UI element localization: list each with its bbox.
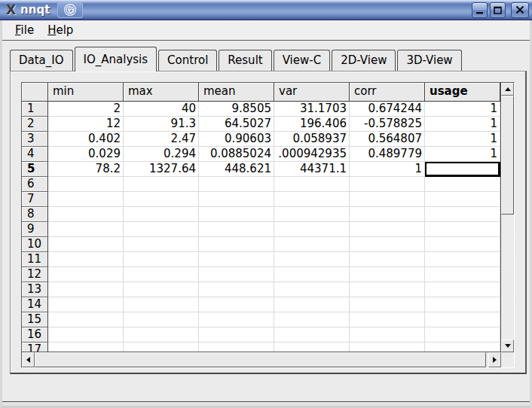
row-header-cell[interactable]: 7 (22, 192, 48, 207)
current-cell[interactable] (425, 162, 500, 177)
menu-file[interactable]: File (10, 22, 39, 38)
table-cell[interactable] (274, 297, 350, 312)
tab-3d-view[interactable]: 3D-View (397, 50, 461, 71)
tab-io-analysis[interactable]: IO_Analysis (75, 47, 157, 72)
table-cell[interactable] (124, 237, 199, 252)
row-header-cell[interactable]: 13 (22, 282, 48, 297)
table-cell[interactable] (48, 177, 124, 192)
table-cell[interactable] (199, 177, 274, 192)
table-cell[interactable] (274, 282, 350, 297)
table-cell[interactable]: 9.8505 (199, 102, 274, 117)
horizontal-scrollbar[interactable] (22, 352, 501, 367)
table-cell[interactable] (425, 222, 500, 237)
table-cell[interactable] (425, 237, 500, 252)
table-cell[interactable] (199, 327, 274, 343)
table-cell[interactable] (124, 177, 199, 192)
table-cell[interactable] (48, 282, 124, 297)
table-cell[interactable] (48, 237, 124, 252)
table-cell[interactable]: 448.621 (199, 162, 274, 177)
column-header-min[interactable]: min (48, 83, 124, 102)
table-cell[interactable] (274, 207, 350, 222)
table-cell[interactable] (350, 343, 425, 352)
table-cell[interactable] (124, 267, 199, 282)
row-header-cell[interactable]: 6 (22, 177, 48, 192)
table-cell[interactable] (124, 297, 199, 312)
tab-result[interactable]: Result (219, 50, 271, 71)
table-cell[interactable] (425, 343, 500, 352)
table-cell[interactable] (350, 327, 425, 343)
table-cell[interactable] (124, 192, 199, 207)
table-cell[interactable] (274, 252, 350, 267)
table-cell[interactable] (274, 343, 350, 352)
table-cell[interactable]: 1 (425, 102, 500, 117)
table-cell[interactable] (48, 207, 124, 222)
table-cell[interactable]: 0.489779 (350, 147, 425, 162)
table-cell[interactable]: 2 (48, 102, 124, 117)
table-cell[interactable]: -0.578825 (350, 117, 425, 132)
table-cell[interactable] (48, 343, 124, 352)
row-header-cell[interactable]: 16 (22, 327, 48, 343)
table-cell[interactable] (124, 282, 199, 297)
column-header-corr[interactable]: corr (350, 83, 425, 102)
table-cell[interactable]: 0.0885024 (199, 147, 274, 162)
table-cell[interactable] (350, 177, 425, 192)
table-cell[interactable] (350, 297, 425, 312)
column-header-mean[interactable]: mean (199, 83, 274, 102)
minimize-button[interactable] (472, 2, 488, 18)
table-cell[interactable] (425, 192, 500, 207)
column-header-usage[interactable]: usage (425, 83, 500, 102)
table-cell[interactable] (48, 297, 124, 312)
table-cell[interactable] (199, 297, 274, 312)
table-cell[interactable] (425, 282, 500, 297)
corner-header-cell[interactable] (22, 83, 48, 102)
row-header-cell[interactable]: 1 (22, 102, 48, 117)
table-cell[interactable]: 0.674244 (350, 102, 425, 117)
row-header-cell[interactable]: 4 (22, 147, 48, 162)
table-cell[interactable]: .000942935 (274, 147, 350, 162)
table-cell[interactable] (350, 282, 425, 297)
table-cell[interactable] (350, 207, 425, 222)
table-cell[interactable] (425, 177, 500, 192)
scroll-up-button[interactable] (501, 83, 514, 96)
maximize-button[interactable] (490, 2, 506, 18)
table-cell[interactable] (425, 207, 500, 222)
table-cell[interactable] (124, 252, 199, 267)
table-cell[interactable] (124, 207, 199, 222)
table-cell[interactable] (274, 192, 350, 207)
table-cell[interactable] (124, 327, 199, 343)
table-cell[interactable] (425, 327, 500, 343)
row-header-cell[interactable]: 3 (22, 132, 48, 147)
row-header-cell[interactable]: 10 (22, 237, 48, 252)
table-cell[interactable]: 0.029 (48, 147, 124, 162)
tab-data-io[interactable]: Data_IO (10, 50, 73, 71)
table-cell[interactable] (124, 343, 199, 352)
table-cell[interactable] (199, 343, 274, 352)
table-cell[interactable]: 91.3 (124, 117, 199, 132)
table-cell[interactable] (425, 297, 500, 312)
table-cell[interactable]: 0.402 (48, 132, 124, 147)
row-header-cell[interactable]: 11 (22, 252, 48, 267)
table-cell[interactable] (48, 267, 124, 282)
horizontal-scrollbar-thumb[interactable] (35, 352, 486, 367)
table-cell[interactable] (425, 252, 500, 267)
table-cell[interactable]: 0.564807 (350, 132, 425, 147)
tab-control[interactable]: Control (158, 50, 217, 71)
table-cell[interactable] (199, 207, 274, 222)
table-cell[interactable] (350, 237, 425, 252)
column-header-max[interactable]: max (124, 83, 199, 102)
table-cell[interactable]: 196.406 (274, 117, 350, 132)
menu-help[interactable]: Help (42, 22, 78, 38)
tab-2d-view[interactable]: 2D-View (332, 50, 396, 71)
table-cell[interactable]: 64.5027 (199, 117, 274, 132)
table-cell[interactable]: 0.294 (124, 147, 199, 162)
table-cell[interactable] (124, 312, 199, 327)
table-cell[interactable] (350, 192, 425, 207)
table-cell[interactable] (48, 192, 124, 207)
table-cell[interactable] (124, 222, 199, 237)
table-cell[interactable] (274, 327, 350, 343)
table-cell[interactable] (425, 312, 500, 327)
table-cell[interactable] (425, 267, 500, 282)
table-cell[interactable] (48, 222, 124, 237)
table-cell[interactable] (199, 282, 274, 297)
table-cell[interactable]: 1 (425, 147, 500, 162)
